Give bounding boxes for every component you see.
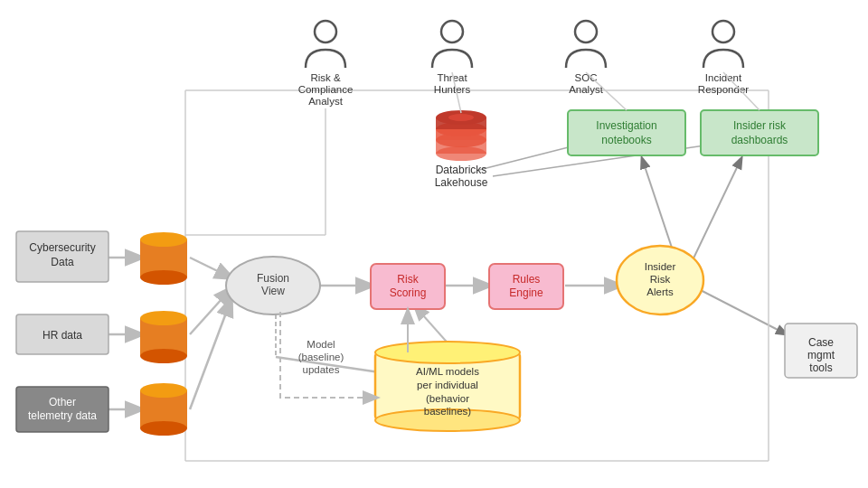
cylinder-hr	[140, 311, 187, 363]
svg-point-65	[140, 232, 187, 247]
svg-text:Fusion: Fusion	[257, 272, 289, 285]
svg-text:dashboards: dashboards	[731, 134, 788, 146]
svg-point-66	[140, 270, 187, 285]
svg-text:per individual: per individual	[417, 380, 478, 390]
hr-data-box: HR data	[16, 314, 108, 354]
svg-text:updates: updates	[303, 364, 340, 375]
svg-point-68	[140, 311, 187, 325]
svg-point-87	[375, 342, 520, 363]
other-telemetry-box: Other telemetry data	[16, 387, 108, 432]
svg-text:Incident: Incident	[705, 72, 742, 83]
fusion-view: Fusion View	[226, 257, 320, 314]
svg-text:Risk: Risk	[650, 274, 671, 285]
svg-text:Scoring: Scoring	[390, 286, 427, 299]
svg-text:Analyst: Analyst	[569, 84, 604, 95]
svg-text:Model: Model	[307, 339, 335, 350]
cybersecurity-data-box: Cybersecurity Data	[16, 231, 108, 282]
svg-point-69	[140, 349, 187, 363]
svg-text:View: View	[261, 285, 285, 297]
cylinder-telemetry	[140, 383, 187, 436]
svg-point-71	[140, 383, 187, 398]
svg-text:(behavior: (behavior	[426, 393, 469, 404]
svg-text:Alerts: Alerts	[646, 286, 674, 297]
svg-text:Insider: Insider	[645, 261, 676, 272]
svg-text:Rules: Rules	[513, 273, 541, 286]
svg-text:baselines): baselines)	[424, 406, 472, 417]
svg-text:Risk: Risk	[397, 273, 419, 286]
svg-text:notebooks: notebooks	[601, 134, 651, 146]
architecture-diagram: Risk & Compliance Analyst Threat Hunters…	[0, 0, 868, 488]
databricks-lakehouse: Databricks Lakehouse	[435, 110, 488, 189]
svg-text:Cybersecurity: Cybersecurity	[29, 241, 95, 254]
svg-text:tools: tools	[809, 361, 832, 374]
svg-text:Investigation: Investigation	[596, 119, 656, 132]
svg-text:HR data: HR data	[42, 329, 82, 342]
svg-text:Databricks: Databricks	[436, 164, 487, 176]
svg-text:SOC: SOC	[575, 72, 598, 83]
svg-text:Engine: Engine	[509, 286, 543, 299]
rules-engine-box: Rules Engine	[489, 264, 563, 309]
cylinder-cyber	[140, 232, 187, 285]
svg-text:Lakehouse: Lakehouse	[435, 176, 488, 189]
svg-text:Analyst: Analyst	[308, 96, 344, 107]
svg-text:telemetry data: telemetry data	[28, 409, 97, 422]
svg-text:Other: Other	[49, 396, 76, 408]
svg-text:Hunters: Hunters	[434, 84, 471, 95]
svg-point-72	[140, 421, 187, 436]
svg-text:Responder: Responder	[698, 84, 749, 95]
svg-text:Insider risk: Insider risk	[733, 119, 787, 132]
svg-text:mgmt: mgmt	[807, 349, 835, 361]
svg-rect-46	[568, 110, 685, 155]
risk-scoring-box: Risk Scoring	[371, 264, 445, 309]
svg-text:Compliance: Compliance	[298, 84, 354, 95]
svg-rect-49	[701, 110, 818, 155]
aiml-models: AI/ML models per individual (behavior ba…	[375, 342, 520, 431]
svg-point-43	[448, 114, 474, 121]
insider-risk-alerts: Insider Risk Alerts	[617, 246, 703, 314]
case-mgmt-tools-box: Case mgmt tools	[785, 324, 857, 378]
svg-text:(baseline): (baseline)	[298, 352, 344, 362]
svg-text:Risk &: Risk &	[310, 72, 341, 83]
svg-text:Data: Data	[51, 256, 74, 268]
investigation-notebooks-box: Investigation notebooks	[568, 110, 685, 155]
svg-text:AI/ML models: AI/ML models	[416, 366, 479, 377]
svg-text:Case: Case	[808, 336, 834, 349]
insider-risk-dashboards-box: Insider risk dashboards	[701, 110, 818, 155]
